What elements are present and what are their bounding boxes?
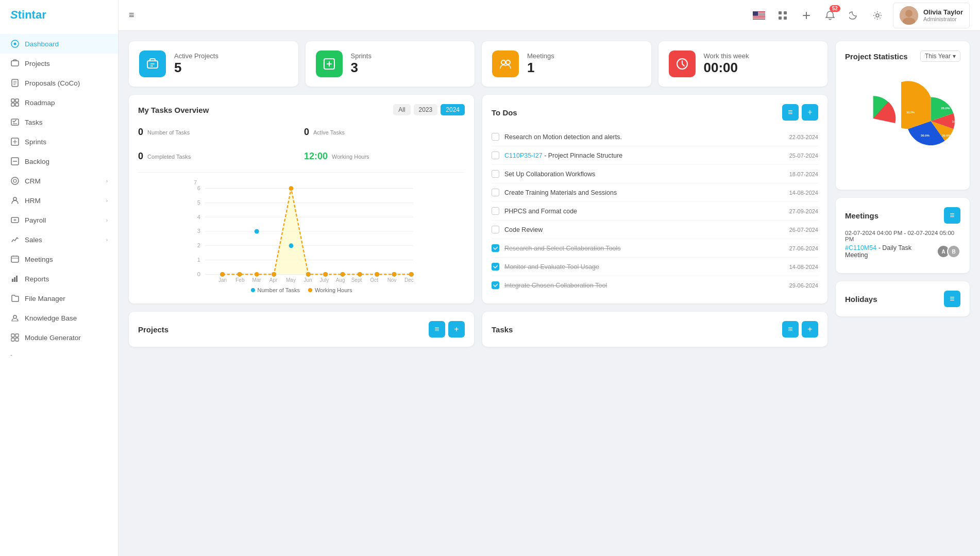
sidebar-item-sales[interactable]: Sales ›	[0, 230, 118, 249]
svg-point-80	[341, 272, 345, 277]
year-label: This Year	[925, 53, 951, 60]
todo-text: Research on Motion detection and alerts.	[504, 133, 784, 141]
sidebar-item-projects[interactable]: Projects	[0, 54, 118, 73]
todo-list: Research on Motion detection and alerts.…	[492, 128, 818, 294]
task-stat-hours: 12:00 Working Hours	[304, 147, 465, 166]
tasks-legend-label: Number of Tasks	[258, 287, 300, 293]
completed-tasks-label: Completed Tasks	[147, 154, 191, 160]
dark-mode-toggle[interactable]	[846, 7, 862, 24]
file-manager-icon	[10, 294, 20, 303]
svg-point-1	[14, 43, 16, 45]
sprints-value: 3	[351, 60, 371, 76]
crm-icon	[10, 176, 20, 186]
todo-checkbox-checked[interactable]	[492, 281, 499, 289]
sidebar-item-label: HRM	[25, 197, 41, 205]
completed-tasks-value: 0	[138, 151, 143, 162]
sidebar-item-tasks[interactable]: Tasks	[0, 112, 118, 132]
todo-date: 27-06-2024	[789, 245, 818, 251]
logo-text: Stintar	[10, 8, 46, 22]
todo-checkbox-checked[interactable]	[492, 263, 499, 271]
sidebar-item-label: Backlog	[25, 158, 49, 165]
todo-checkbox[interactable]	[492, 151, 499, 159]
language-selector[interactable]	[751, 7, 767, 24]
todo-checkbox[interactable]	[492, 189, 499, 196]
svg-text:6: 6	[197, 185, 200, 191]
tasks-card-header: Tasks ≡ +	[492, 321, 818, 338]
sidebar-item-reports[interactable]: Reports	[0, 269, 118, 289]
projects-list-button[interactable]: ≡	[429, 321, 445, 338]
svg-text:4: 4	[197, 214, 200, 220]
sidebar-item-crm[interactable]: CRM ›	[0, 171, 118, 191]
meeting-link[interactable]: #C110M54	[845, 244, 876, 251]
apps-grid-icon[interactable]	[774, 7, 791, 24]
sidebar-item-file-manager[interactable]: File Manager	[0, 289, 118, 308]
sidebar-item-backlog[interactable]: Backlog	[0, 151, 118, 171]
sidebar-item-knowledge-base[interactable]: Knowledge Base	[0, 308, 118, 328]
todo-checkbox[interactable]	[492, 207, 499, 215]
sidebar-item-proposals[interactable]: Proposals (CoCo)	[0, 73, 118, 93]
projects-add-button[interactable]: +	[448, 321, 465, 338]
sidebar-item-payroll[interactable]: Payroll ›	[0, 210, 118, 230]
tasks-list-button[interactable]: ≡	[782, 321, 799, 338]
svg-point-43	[506, 60, 510, 64]
year-selector[interactable]: This Year ▾	[920, 50, 960, 62]
todo-text-checked: Research and Select Collaboration Tools	[504, 245, 784, 252]
svg-rect-8	[11, 119, 19, 125]
svg-point-75	[255, 272, 259, 277]
holidays-title: Holidays	[845, 295, 944, 304]
todo-checkbox-checked[interactable]	[492, 244, 499, 252]
sidebar-item-sprints[interactable]: Sprints	[0, 132, 118, 151]
active-projects-value: 5	[174, 60, 218, 76]
svg-rect-18	[16, 276, 18, 282]
knowledge-base-icon	[10, 313, 20, 323]
project-stats-header: Project Statistics This Year ▾	[845, 50, 960, 62]
svg-point-78	[306, 272, 311, 277]
pie-chart-svg	[845, 67, 901, 170]
settings-button[interactable]	[869, 7, 886, 24]
pie-chart-main: 20.0% 10.0% 10.0% 30.0% 30.0%	[901, 67, 960, 175]
meetings-list-button[interactable]: ≡	[944, 207, 960, 224]
svg-point-81	[358, 272, 362, 277]
filter-2023-button[interactable]: 2023	[414, 104, 438, 115]
work-week-icon	[669, 50, 696, 77]
svg-text:Sept: Sept	[351, 277, 362, 283]
holidays-header: Holidays ≡	[845, 291, 960, 307]
meeting-time: 02-07-2024 04:00 PM - 02-07-2024 05:00 P…	[845, 230, 960, 242]
todos-add-button[interactable]: +	[802, 104, 818, 121]
sidebar-item-hrm[interactable]: HRM ›	[0, 191, 118, 210]
sidebar-item-meetings[interactable]: Meetings	[0, 249, 118, 269]
stat-card-sprints: Sprints 3	[306, 41, 475, 87]
svg-point-11	[11, 177, 19, 184]
tasks-add-button[interactable]: +	[802, 321, 818, 338]
sidebar-item-label: Reports	[25, 275, 49, 283]
todo-link[interactable]: C110P35-I27	[504, 152, 543, 159]
sprints-stat-icon	[316, 50, 343, 77]
todos-actions: ≡ +	[782, 104, 818, 121]
todo-checkbox[interactable]	[492, 226, 499, 233]
svg-point-65	[289, 243, 294, 248]
todo-checkbox[interactable]	[492, 133, 499, 141]
sidebar-item-dashboard[interactable]: Dashboard	[0, 34, 118, 54]
holidays-list-button[interactable]: ≡	[944, 291, 960, 307]
todo-checkbox[interactable]	[492, 170, 499, 178]
user-profile[interactable]: Olivia Taylor Administrator	[893, 3, 970, 28]
svg-point-13	[13, 197, 16, 200]
filter-all-button[interactable]: All	[393, 104, 410, 115]
sales-icon	[10, 235, 20, 244]
notifications-button[interactable]: 52	[822, 7, 838, 24]
menu-toggle-icon[interactable]: ≡	[129, 10, 134, 21]
filter-2024-button[interactable]: 2024	[441, 104, 465, 115]
stat-cards-row: Active Projects 5 Sprints 3	[129, 41, 827, 87]
sidebar-item-roadmap[interactable]: Roadmap	[0, 93, 118, 112]
svg-point-12	[13, 179, 16, 182]
plus-icon	[802, 11, 811, 20]
todo-date: 14-08-2024	[789, 190, 818, 196]
sidebar-item-label: Sprints	[25, 138, 46, 146]
add-button[interactable]	[798, 7, 815, 24]
svg-point-76	[272, 272, 276, 277]
holidays-card: Holidays ≡	[836, 281, 970, 316]
todos-list-button[interactable]: ≡	[782, 104, 799, 121]
sidebar-item-module-generator[interactable]: Module Generator	[0, 328, 118, 347]
project-stats-title: Project Statistics	[845, 52, 920, 61]
svg-point-79	[323, 272, 328, 277]
